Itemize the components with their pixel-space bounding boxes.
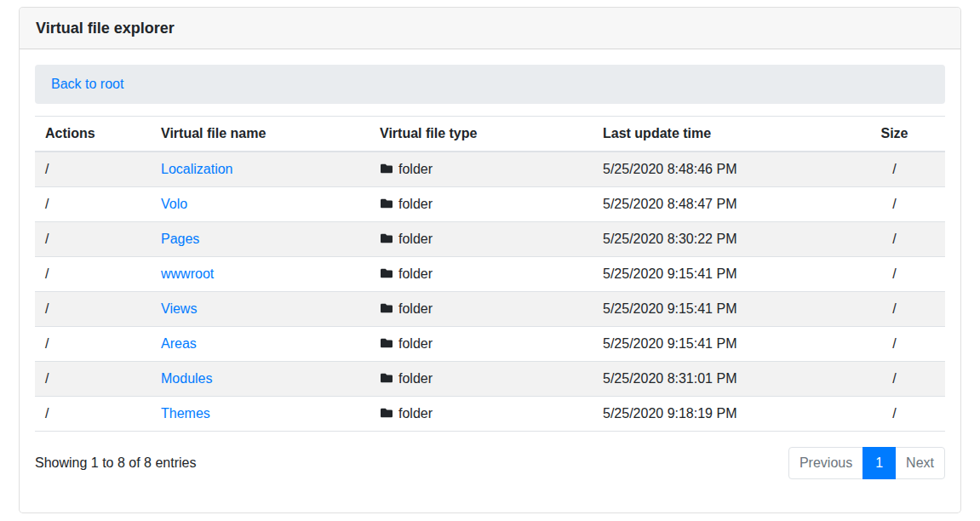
row-actions: / (35, 327, 151, 362)
table-row: / Themes folder 5/25/2020 9:18:19 PM / (35, 397, 945, 432)
row-actions: / (35, 292, 151, 327)
row-updated: 5/25/2020 9:15:41 PM (593, 292, 844, 327)
previous-page-button[interactable]: Previous (788, 447, 863, 479)
file-type-label: folder (398, 301, 433, 316)
column-header-name: Virtual file name (151, 117, 370, 152)
folder-icon (380, 267, 393, 279)
file-name-link[interactable]: Pages (161, 232, 199, 246)
table-row: / Areas folder 5/25/2020 9:15:41 PM / (35, 327, 945, 362)
folder-icon (380, 232, 393, 244)
page-1-button[interactable]: 1 (863, 447, 896, 479)
folder-icon (380, 198, 393, 209)
card-body: Back to root Actions Virtual file name V… (20, 49, 960, 508)
folder-icon (380, 302, 393, 314)
page-title: Virtual file explorer (36, 20, 175, 37)
row-actions: / (35, 257, 151, 292)
file-table-header: Actions Virtual file name Virtual file t… (35, 117, 945, 152)
table-row: / Modules folder 5/25/2020 8:31:01 PM / (35, 362, 945, 397)
row-size: / (844, 397, 945, 432)
file-type-label: folder (398, 406, 433, 421)
row-size: / (844, 292, 945, 327)
pagination: Previous 1 Next (788, 447, 945, 479)
file-table: Actions Virtual file name Virtual file t… (35, 116, 945, 432)
table-row: / Localization folder 5/25/2020 8:48:46 … (35, 152, 945, 187)
file-name-link[interactable]: Modules (161, 371, 212, 386)
file-name-link[interactable]: wwwroot (161, 266, 214, 281)
row-updated: 5/25/2020 8:48:46 PM (593, 152, 844, 187)
row-actions: / (35, 187, 151, 222)
next-page-button[interactable]: Next (895, 447, 945, 479)
row-updated: 5/25/2020 8:31:01 PM (593, 362, 844, 397)
back-to-root-link[interactable]: Back to root (51, 77, 123, 91)
table-row: / wwwroot folder 5/25/2020 9:15:41 PM / (35, 257, 945, 292)
virtual-file-explorer-card: Virtual file explorer Back to root Actio… (19, 7, 961, 513)
file-name-link[interactable]: Localization (161, 162, 233, 176)
breadcrumb-bar: Back to root (35, 65, 945, 104)
column-header-actions: Actions (35, 117, 151, 152)
column-header-size: Size (844, 117, 945, 152)
file-type-label: folder (398, 162, 433, 176)
row-updated: 5/25/2020 9:18:19 PM (593, 397, 844, 432)
row-size: / (844, 222, 945, 257)
row-size: / (844, 362, 945, 397)
row-actions: / (35, 222, 151, 257)
file-name-link[interactable]: Areas (161, 336, 197, 351)
table-row: / Pages folder 5/25/2020 8:30:22 PM / (35, 222, 945, 257)
row-actions: / (35, 362, 151, 397)
row-size: / (844, 257, 945, 292)
file-table-body: / Localization folder 5/25/2020 8:48:46 … (35, 152, 945, 432)
table-row: / Volo folder 5/25/2020 8:48:47 PM / (35, 187, 945, 222)
file-type-label: folder (398, 371, 433, 386)
row-updated: 5/25/2020 9:15:41 PM (593, 327, 844, 362)
row-size: / (844, 187, 945, 222)
row-size: / (844, 327, 945, 362)
row-updated: 5/25/2020 9:15:41 PM (593, 257, 844, 292)
row-updated: 5/25/2020 8:30:22 PM (593, 222, 844, 257)
table-footer: Showing 1 to 8 of 8 entries Previous 1 N… (35, 447, 945, 479)
file-name-link[interactable]: Views (161, 301, 197, 316)
card-header: Virtual file explorer (20, 8, 960, 49)
row-actions: / (35, 397, 151, 432)
row-updated: 5/25/2020 8:48:47 PM (593, 187, 844, 222)
header-row: Actions Virtual file name Virtual file t… (35, 117, 945, 152)
row-size: / (844, 152, 945, 187)
folder-icon (380, 407, 393, 419)
row-actions: / (35, 152, 151, 187)
file-type-label: folder (398, 336, 433, 351)
entries-info: Showing 1 to 8 of 8 entries (35, 455, 196, 471)
file-name-link[interactable]: Volo (161, 197, 187, 211)
file-type-label: folder (398, 197, 433, 211)
folder-icon (380, 372, 393, 384)
file-type-label: folder (398, 266, 433, 281)
file-name-link[interactable]: Themes (161, 406, 210, 421)
column-header-updated: Last update time (593, 117, 844, 152)
file-type-label: folder (398, 232, 433, 246)
column-header-type: Virtual file type (370, 117, 593, 152)
folder-icon (380, 163, 393, 175)
table-row: / Views folder 5/25/2020 9:15:41 PM / (35, 292, 945, 327)
folder-icon (380, 337, 393, 349)
